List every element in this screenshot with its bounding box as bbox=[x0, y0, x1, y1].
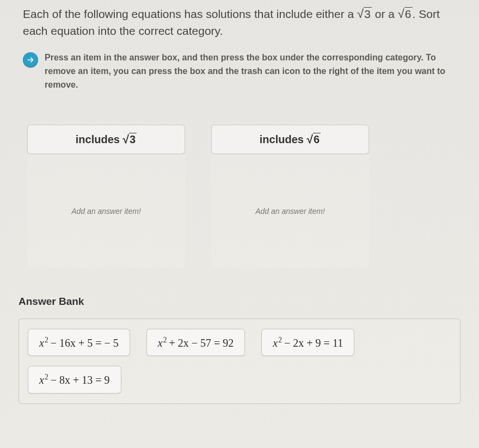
answer-bank-label: Answer Bank bbox=[19, 296, 456, 308]
sqrt-icon: √6 bbox=[307, 133, 321, 145]
answer-items: x2 − 16x + 5 = − 5 x2 + 2x − 57 = 92 x2 … bbox=[28, 329, 451, 394]
category-sqrt3: includes √3 Add an answer item! bbox=[27, 125, 185, 268]
answer-item-4[interactable]: x2 − 8x + 13 = 9 bbox=[28, 366, 121, 394]
intro-text-1: Each of the following equations has solu… bbox=[23, 8, 357, 20]
question-intro: Each of the following equations has solu… bbox=[23, 5, 456, 39]
arrow-right-icon bbox=[23, 52, 38, 67]
dropzone-sqrt3[interactable]: Add an answer item! bbox=[27, 154, 185, 268]
category-label-prefix: includes bbox=[76, 133, 123, 145]
sqrt-6: √6 bbox=[398, 8, 413, 20]
dropzone-sqrt6[interactable]: Add an answer item! bbox=[211, 154, 369, 268]
instruction-text: Press an item in the answer box, and the… bbox=[45, 51, 456, 91]
dropzone-placeholder: Add an answer item! bbox=[71, 207, 141, 216]
category-header-sqrt3: includes √3 bbox=[27, 125, 185, 154]
category-header-sqrt6: includes √6 bbox=[211, 125, 369, 154]
sqrt-3: √3 bbox=[357, 8, 372, 20]
answer-item-1[interactable]: x2 − 16x + 5 = − 5 bbox=[28, 329, 130, 357]
categories-container: includes √3 Add an answer item! includes… bbox=[23, 125, 456, 268]
answer-item-2[interactable]: x2 + 2x − 57 = 92 bbox=[146, 329, 245, 357]
category-sqrt6: includes √6 Add an answer item! bbox=[211, 125, 369, 268]
answer-bank: x2 − 16x + 5 = − 5 x2 + 2x − 57 = 92 x2 … bbox=[19, 318, 460, 404]
category-label-prefix: includes bbox=[260, 133, 307, 145]
intro-text-mid: or a bbox=[372, 8, 398, 20]
answer-item-3[interactable]: x2 − 2x + 9 = 11 bbox=[261, 329, 354, 357]
dropzone-placeholder: Add an answer item! bbox=[255, 207, 325, 216]
instruction-row: Press an item in the answer box, and the… bbox=[23, 51, 456, 91]
sqrt-icon: √3 bbox=[123, 133, 137, 145]
